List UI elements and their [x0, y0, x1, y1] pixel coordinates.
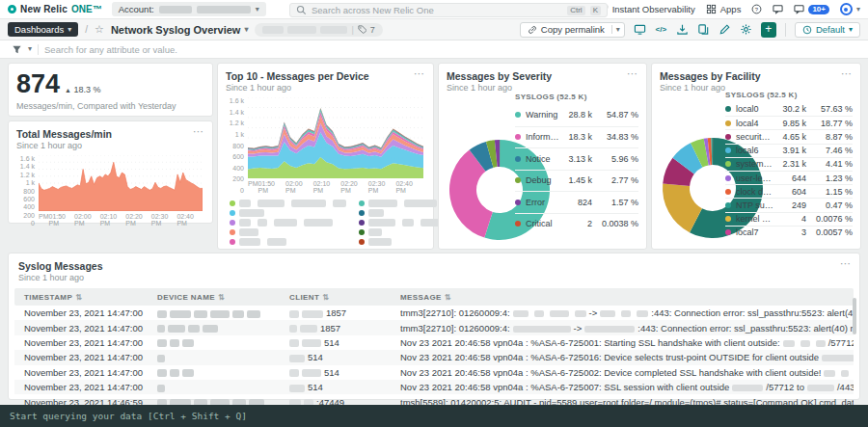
- legend-label: Warning: [526, 110, 559, 120]
- legend-row[interactable]: Critical20.0038 %: [515, 213, 638, 235]
- x-tick: 02:40 PM: [395, 180, 423, 194]
- column-header-client[interactable]: CLIENT⇅: [289, 293, 400, 302]
- y-tick: 400: [23, 203, 35, 210]
- y-tick: 1 k: [26, 179, 35, 186]
- code-view-icon[interactable]: </>: [655, 23, 667, 36]
- add-widget-button[interactable]: +: [761, 22, 776, 38]
- y-tick: 800: [23, 188, 35, 195]
- feedback-icon[interactable]: [773, 4, 783, 14]
- legend-label-redacted: [258, 200, 285, 207]
- column-header-device-name[interactable]: DEVICE NAME⇅: [157, 293, 289, 302]
- sort-icon: ⇅: [218, 293, 225, 302]
- y-tick: 1 k: [235, 131, 244, 138]
- legend-dot: [230, 200, 235, 206]
- table-scrollbar[interactable]: [853, 298, 856, 334]
- legend-row[interactable]: local63.91 k7.46 %: [725, 144, 853, 157]
- redacted-block: [807, 385, 834, 391]
- global-search[interactable]: Ctrl K: [289, 3, 608, 17]
- legend-label: NTP subsy...: [736, 200, 773, 210]
- legend-label: local7: [736, 227, 773, 237]
- table-header-row: TIMESTAMP⇅DEVICE NAME⇅CLIENT⇅MESSAGE⇅: [14, 288, 854, 306]
- total-messages-area-chart[interactable]: [39, 155, 203, 211]
- dashboard-meta-pill[interactable]: | 7: [255, 23, 382, 37]
- time-picker-button[interactable]: Default ▾: [795, 22, 860, 38]
- legend-row[interactable]: Notice3.13 k5.96 %: [515, 147, 638, 170]
- download-icon[interactable]: [676, 23, 689, 36]
- widget-menu-button[interactable]: ⋯: [840, 257, 852, 270]
- billboard-value: 874: [16, 71, 60, 97]
- dashboard-title[interactable]: Network Syslog Overview ▾: [111, 24, 249, 36]
- duplicate-icon[interactable]: [697, 23, 710, 36]
- favorite-star-icon[interactable]: ☆: [95, 24, 104, 35]
- widget-menu-button[interactable]: ⋯: [414, 67, 425, 80]
- table-row[interactable]: November 23, 2021 14:47:00514Nov 23 2021…: [14, 365, 854, 380]
- legend-item[interactable]: [230, 228, 349, 235]
- edit-pencil-icon[interactable]: [719, 23, 731, 36]
- legend-row[interactable]: local030.2 k57.63 %: [725, 102, 853, 116]
- table-row[interactable]: November 23, 2021 14:47:00514Nov 23 2021…: [14, 350, 854, 364]
- legend-label: kernel mes...: [736, 214, 773, 224]
- legend-row[interactable]: security/...4.65 k8.87 %: [725, 129, 853, 143]
- table-row[interactable]: November 23, 2021 14:47:00514Nov 23 2021…: [14, 380, 854, 394]
- legend-row[interactable]: kernel mes...40.0076 %: [725, 212, 853, 226]
- column-header-message[interactable]: MESSAGE⇅: [400, 293, 854, 302]
- y-tick: 1.2 k: [230, 120, 244, 126]
- new-relic-logo-icon: [8, 5, 16, 13]
- redacted-block: [182, 339, 194, 347]
- top-devices-stacked-chart[interactable]: [248, 97, 423, 178]
- legend-row[interactable]: local730.0057 %: [725, 226, 853, 239]
- table-row[interactable]: November 23, 2021 14:47:001857tmm3[22710…: [14, 320, 854, 334]
- account-selector[interactable]: Account: ▾: [112, 2, 266, 16]
- legend-row[interactable]: user-level ...6441.23 %: [725, 171, 853, 184]
- legend-item[interactable]: [230, 200, 349, 206]
- x-tick: 02:10 PM: [100, 213, 126, 227]
- legend-row[interactable]: local49.85 k18.77 %: [725, 116, 853, 129]
- global-search-input[interactable]: [312, 5, 562, 15]
- query-footer-bar[interactable]: Start querying your data [Ctrl + Shift +…: [0, 405, 868, 427]
- settings-gear-icon[interactable]: [740, 23, 752, 36]
- widget-title: Messages by Severity: [447, 70, 638, 82]
- apps-link[interactable]: Apps: [706, 4, 742, 14]
- legend-row[interactable]: Warning28.8 k54.87 %: [515, 104, 638, 126]
- legend-row[interactable]: NTP subsy...2490.47 %: [725, 198, 853, 211]
- instant-observability-link[interactable]: Instant Observability: [598, 4, 695, 14]
- dashboard-canvas: 874 ▲ 18.3 % Messages/min, Compared with…: [0, 59, 868, 405]
- dashboards-menu-button[interactable]: Dashboards ▾: [8, 22, 78, 37]
- legend-row[interactable]: clock daem...6041.15 %: [725, 184, 853, 198]
- column-header-timestamp[interactable]: TIMESTAMP⇅: [14, 293, 157, 302]
- legend-row[interactable]: Informat...18.3 k34.83 %: [515, 126, 638, 148]
- table-row[interactable]: November 23, 2021 14:47:001857tmm3[22710…: [14, 306, 854, 320]
- copy-permalink-button[interactable]: Copy permalink ▾: [520, 22, 625, 38]
- chevron-down-icon: ▾: [611, 25, 624, 34]
- new-relic-logo[interactable]: New Relic ONE™: [8, 4, 102, 14]
- legend-item[interactable]: [230, 219, 349, 226]
- legend-row[interactable]: Error8241.57 %: [515, 191, 638, 213]
- table-body: November 23, 2021 14:47:001857tmm3[22710…: [14, 306, 854, 410]
- redacted-block: [157, 339, 167, 347]
- legend-dot: [515, 221, 521, 227]
- legend-label: Critical: [526, 219, 559, 228]
- notifications-button[interactable]: 10+: [794, 4, 829, 14]
- cell-device-redacted: [157, 352, 289, 362]
- user-menu[interactable]: ▾: [840, 3, 860, 15]
- widget-menu-button[interactable]: ⋯: [841, 67, 853, 80]
- filter-funnel-icon[interactable]: [12, 44, 22, 55]
- legend-row[interactable]: system d...2.31 k4.41 %: [725, 157, 853, 171]
- legend-item[interactable]: [230, 209, 349, 216]
- copy-permalink-label: Copy permalink: [541, 24, 605, 35]
- help-icon[interactable]: ?: [751, 4, 762, 14]
- legend-dot: [359, 229, 365, 235]
- attribute-filter-input[interactable]: [44, 44, 856, 55]
- chevron-down-icon[interactable]: ▾: [28, 45, 32, 53]
- time-picker-label: Default: [816, 24, 845, 35]
- legend-label: system d...: [736, 159, 773, 169]
- cell-message: Nov 23 2021 20:46:58 vpn04a : %ASA-6-725…: [400, 352, 854, 362]
- tv-mode-icon[interactable]: [634, 23, 646, 36]
- legend-row[interactable]: Debug1.45 k2.77 %: [515, 170, 638, 192]
- widget-menu-button[interactable]: ⋯: [193, 125, 204, 138]
- legend-item[interactable]: [230, 238, 349, 245]
- widget-menu-button[interactable]: ⋯: [627, 67, 638, 80]
- redacted-block: [783, 340, 795, 347]
- legend-dot: [515, 156, 521, 162]
- table-row[interactable]: November 23, 2021 14:47:00514Nov 23 2021…: [14, 335, 854, 350]
